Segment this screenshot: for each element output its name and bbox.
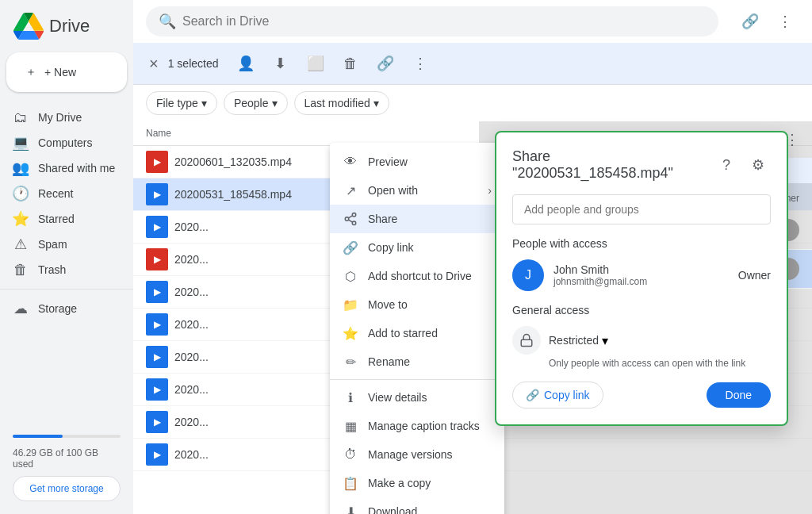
file-type-label: File type — [156, 97, 198, 109]
file-type-chevron: ▾ — [201, 97, 207, 109]
menu-item-add-shortcut[interactable]: ⬡ Add shortcut to Drive — [330, 262, 504, 290]
sidebar: Drive ＋ + New 🗂 My Drive 💻 Computers 👥 S… — [0, 0, 133, 514]
sidebar-item-label: Starred — [38, 213, 75, 225]
new-button[interactable]: ＋ + New — [6, 52, 127, 92]
file-icon: ▶ — [146, 411, 168, 433]
menu-item-manage-versions[interactable]: ⏱ Manage versions — [330, 440, 504, 469]
get-storage-button[interactable]: Get more storage — [13, 476, 121, 501]
add-person-button[interactable]: 👤 — [232, 49, 260, 78]
menu-item-label: Preview — [368, 155, 408, 168]
search-icon: 🔍 — [159, 13, 176, 30]
storage-section: 46.29 GB of 100 GB used Get more storage — [0, 428, 133, 508]
link-icon: 🔗 — [377, 55, 394, 72]
file-type-filter[interactable]: File type ▾ — [146, 91, 217, 115]
menu-item-add-starred[interactable]: ⭐ Add to starred — [330, 319, 504, 347]
sidebar-item-recent[interactable]: 🕐 Recent — [0, 181, 127, 206]
topbar-link-icon[interactable]: 🔗 — [736, 7, 764, 36]
share-settings-button[interactable]: ⚙ — [745, 152, 771, 178]
sidebar-item-shared[interactable]: 👥 Shared with me — [0, 155, 127, 181]
storage-bar-bg — [13, 435, 121, 438]
more-toolbar-button[interactable]: ⋮ — [406, 49, 435, 78]
lock-icon — [512, 326, 541, 355]
sidebar-item-starred[interactable]: ⭐ Starred — [0, 206, 127, 232]
file-icon: ▶ — [146, 151, 168, 173]
storage-bar-fill — [13, 435, 63, 438]
access-type-dropdown[interactable]: Restricted ▾ — [549, 333, 608, 348]
sidebar-item-storage[interactable]: ☁ Storage — [0, 296, 127, 321]
copy-link-button[interactable]: 🔗 Copy link — [512, 382, 603, 409]
rename-icon: ✏ — [343, 354, 358, 370]
menu-item-label: Open with — [368, 184, 418, 197]
search-box[interactable]: 🔍 — [146, 6, 718, 36]
play-icon: ▶ — [154, 384, 161, 395]
access-type-chevron: ▾ — [602, 333, 608, 348]
sidebar-item-trash[interactable]: 🗑 Trash — [0, 257, 127, 282]
sidebar-item-label: Storage — [38, 302, 77, 315]
file-icon: ▶ — [146, 248, 168, 270]
sidebar-item-label: My Drive — [38, 111, 82, 124]
menu-item-label: Download — [368, 505, 417, 514]
menu-item-download[interactable]: ⬇ Download — [330, 497, 504, 514]
sidebar-item-label: Computers — [38, 136, 92, 149]
person-avatar: J — [512, 259, 544, 291]
starred-menu-icon: ⭐ — [343, 325, 358, 341]
last-modified-filter[interactable]: Last modified ▾ — [294, 91, 389, 115]
menu-item-manage-captions[interactable]: ▦ Manage caption tracks — [330, 412, 504, 440]
menu-item-copy-link[interactable]: 🔗 Copy link — [330, 233, 504, 262]
sidebar-item-label: Recent — [38, 187, 73, 200]
done-button[interactable]: Done — [707, 382, 771, 408]
menu-divider-1 — [330, 379, 504, 380]
move-toolbar-button[interactable]: ⬜ — [301, 49, 330, 78]
delete-toolbar-button[interactable]: 🗑 — [336, 49, 365, 78]
person-info: John Smith johnsmith@gmail.com — [553, 263, 729, 287]
close-selection-button[interactable]: × — [146, 52, 162, 76]
person-name: John Smith — [553, 263, 729, 276]
add-person-icon: 👤 — [237, 55, 255, 72]
share-dialog: Share "20200531_185458.mp4" ? ⚙ People w… — [495, 131, 788, 426]
share-help-button[interactable]: ? — [714, 152, 739, 178]
file-icon: ▶ — [146, 183, 168, 205]
move-icon: ⬜ — [307, 55, 324, 72]
file-icon: ▶ — [146, 378, 168, 401]
file-icon: ▶ — [146, 281, 168, 303]
menu-item-make-copy[interactable]: 📋 Make a copy — [330, 469, 504, 497]
filters-bar: File type ▾ People ▾ Last modified ▾ — [133, 85, 812, 121]
play-icon: ▶ — [154, 449, 161, 460]
recent-icon: 🕐 — [13, 186, 29, 201]
play-icon: ▶ — [154, 156, 161, 167]
topbar: 🔍 🔗 ⋮ — [133, 0, 812, 43]
menu-item-preview[interactable]: 👁 Preview — [330, 148, 504, 176]
sidebar-item-computers[interactable]: 💻 Computers — [0, 130, 127, 155]
new-button-label: + New — [44, 66, 76, 79]
access-type-label: Restricted — [549, 334, 599, 347]
add-people-input[interactable] — [512, 194, 771, 224]
preview-icon: 👁 — [343, 154, 358, 170]
menu-item-label: Rename — [368, 355, 410, 368]
copy-link-btn-icon: 🔗 — [526, 389, 539, 401]
more-icon: ⋮ — [413, 55, 427, 72]
menu-item-share[interactable]: Share — [330, 205, 504, 233]
menu-item-move-to[interactable]: 📁 Move to — [330, 290, 504, 319]
menu-item-rename[interactable]: ✏ Rename — [330, 347, 504, 376]
play-icon: ▶ — [154, 351, 161, 362]
people-filter[interactable]: People ▾ — [224, 91, 288, 115]
share-dialog-title: Share "20200531_185458.mp4" — [512, 148, 714, 182]
download-toolbar-button[interactable]: ⬇ — [266, 49, 295, 78]
menu-item-label: Add shortcut to Drive — [368, 270, 472, 282]
menu-item-label: Move to — [368, 298, 408, 311]
menu-item-open-with[interactable]: ↗ Open with › — [330, 176, 504, 205]
shared-icon: 👥 — [13, 160, 29, 176]
download-menu-icon: ⬇ — [343, 504, 358, 514]
sidebar-item-my-drive[interactable]: 🗂 My Drive — [0, 105, 127, 130]
open-with-icon: ↗ — [343, 182, 358, 198]
view-details-icon: ℹ — [343, 389, 358, 405]
menu-item-view-details[interactable]: ℹ View details — [330, 383, 504, 412]
link-toolbar-button[interactable]: 🔗 — [371, 49, 400, 78]
copy-link-label: Copy link — [544, 389, 590, 401]
help-icon: ? — [722, 157, 730, 174]
topbar-more-icon[interactable]: ⋮ — [771, 7, 799, 36]
sidebar-item-spam[interactable]: ⚠ Spam — [0, 232, 127, 257]
plus-icon: ＋ — [25, 65, 36, 79]
search-input[interactable] — [182, 14, 706, 29]
name-column-header: Name — [146, 128, 171, 139]
